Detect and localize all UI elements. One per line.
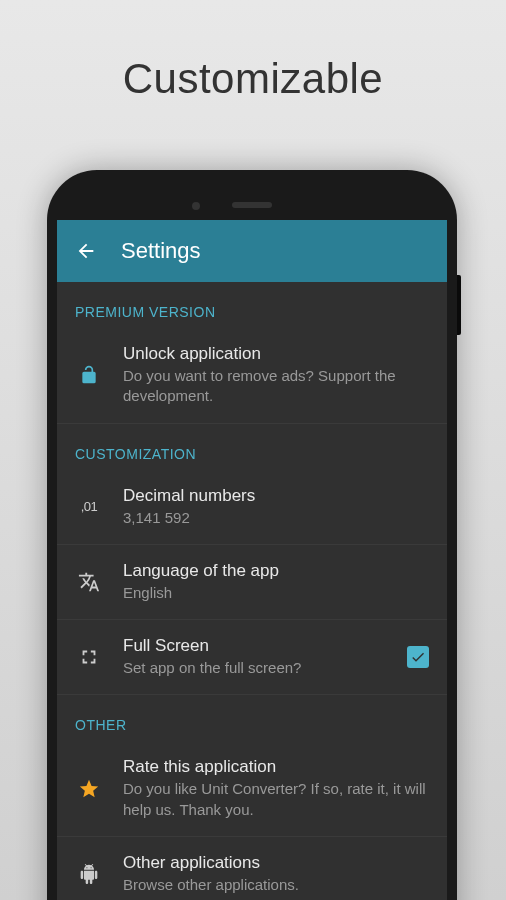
app-screen: Settings PREMIUM VERSION Unlock applicat… bbox=[57, 220, 447, 900]
item-other-apps[interactable]: Other applications Browse other applicat… bbox=[57, 837, 447, 900]
decimal-icon: ,01 bbox=[75, 493, 103, 521]
back-button[interactable] bbox=[75, 240, 97, 262]
app-bar-title: Settings bbox=[121, 238, 201, 264]
item-unlock-application[interactable]: Unlock application Do you want to remove… bbox=[57, 328, 447, 424]
phone-frame: Settings PREMIUM VERSION Unlock applicat… bbox=[47, 170, 457, 900]
fullscreen-icon bbox=[75, 643, 103, 671]
section-customization-header: CUSTOMIZATION bbox=[57, 424, 447, 470]
item-title: Rate this application bbox=[123, 757, 429, 777]
item-title: Language of the app bbox=[123, 561, 429, 581]
item-language[interactable]: Language of the app English bbox=[57, 545, 447, 620]
item-title: Other applications bbox=[123, 853, 429, 873]
promo-title: Customizable bbox=[0, 0, 506, 103]
item-title: Full Screen bbox=[123, 636, 387, 656]
item-title: Unlock application bbox=[123, 344, 429, 364]
star-icon bbox=[75, 775, 103, 803]
check-icon bbox=[410, 649, 426, 665]
settings-content: PREMIUM VERSION Unlock application Do yo… bbox=[57, 282, 447, 900]
item-subtitle: Set app on the full screen? bbox=[123, 658, 387, 678]
item-rate-app[interactable]: Rate this application Do you like Unit C… bbox=[57, 741, 447, 837]
phone-side-button bbox=[457, 275, 461, 335]
item-subtitle: Browse other applications. bbox=[123, 875, 429, 895]
translate-icon bbox=[75, 568, 103, 596]
item-full-screen[interactable]: Full Screen Set app on the full screen? bbox=[57, 620, 447, 695]
item-subtitle: 3,141 592 bbox=[123, 508, 429, 528]
app-bar: Settings bbox=[57, 220, 447, 282]
item-subtitle: Do you like Unit Converter? If so, rate … bbox=[123, 779, 429, 820]
section-premium-header: PREMIUM VERSION bbox=[57, 282, 447, 328]
item-title: Decimal numbers bbox=[123, 486, 429, 506]
lock-icon bbox=[75, 361, 103, 389]
item-subtitle: Do you want to remove ads? Support the d… bbox=[123, 366, 429, 407]
android-icon bbox=[75, 860, 103, 888]
fullscreen-checkbox[interactable] bbox=[407, 646, 429, 668]
back-arrow-icon bbox=[75, 240, 97, 262]
section-other-header: OTHER bbox=[57, 695, 447, 741]
item-decimal-numbers[interactable]: ,01 Decimal numbers 3,141 592 bbox=[57, 470, 447, 545]
item-subtitle: English bbox=[123, 583, 429, 603]
